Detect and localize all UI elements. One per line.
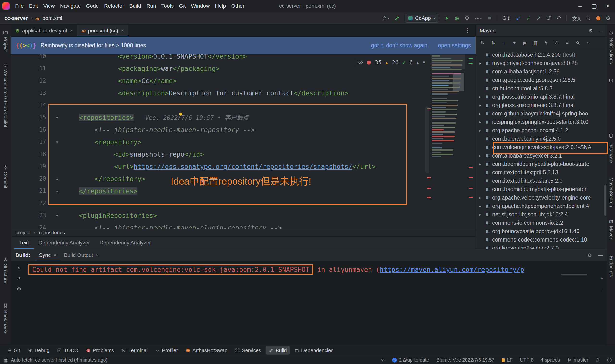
line-ending-widget[interactable]: LF xyxy=(502,357,513,363)
chevron-right-icon[interactable]: ▸ xyxy=(479,120,485,124)
toolwindow-debug[interactable]: Debug xyxy=(25,346,53,355)
banner-got-it-link[interactable]: got it, don't show again xyxy=(371,42,428,49)
prev-issue-icon[interactable]: ▲ xyxy=(416,60,419,65)
maven-dependency[interactable]: ▸net.sf.json-lib:json-lib:jdk15:2.4 xyxy=(476,210,607,219)
generate-sources-icon[interactable]: ⇅ xyxy=(488,40,498,46)
chevron-right-icon[interactable]: ▸ xyxy=(479,111,485,116)
maven-dependency[interactable]: ▸org.apache.httpcomponents:httpclient:4 xyxy=(476,202,607,210)
maven-dependency[interactable]: com.baomidou:mybatis-plus-generator xyxy=(476,185,607,194)
rerun-icon[interactable]: ↻ xyxy=(17,266,20,270)
profile-icon[interactable]: ▾ xyxy=(382,16,389,21)
skip-tests-icon[interactable]: ⊘ xyxy=(552,40,562,46)
code-line[interactable]: 16 <!-- jhipster-needle-maven-repository… xyxy=(11,124,476,136)
menu-view[interactable]: View xyxy=(40,2,57,10)
more-actions-icon[interactable]: » xyxy=(584,40,593,46)
code-line[interactable]: 12 <name>Cc</name> xyxy=(11,75,476,87)
code-line[interactable]: 22 xyxy=(11,197,476,209)
close-icon[interactable]: × xyxy=(121,28,124,33)
chevron-right-icon[interactable]: ▸ xyxy=(479,103,485,108)
code-line[interactable]: 24 <!-- jhipster-needle-maven-plugin-rep… xyxy=(11,222,476,229)
highlighting-eye-icon[interactable] xyxy=(358,60,363,65)
menu-git[interactable]: Git xyxy=(176,2,188,10)
maven-console-icon[interactable]: ▥ xyxy=(531,40,540,46)
maven-dependency[interactable]: com.belerweb:pinyin4j:2.5.0 xyxy=(476,135,607,143)
editor-scrollbar[interactable] xyxy=(425,106,429,173)
debug-icon[interactable] xyxy=(455,16,459,21)
toolwindow-terminal[interactable]: Terminal xyxy=(119,346,151,355)
settings-gear-icon[interactable]: ⚙ xyxy=(606,16,611,21)
fold-icon[interactable]: ▾ xyxy=(47,111,71,124)
maven-dependency[interactable]: ▸com.github.xiaoymin:knife4j-spring-boo xyxy=(476,109,607,118)
maven-dependency[interactable]: commons-io:commons-io:2.2 xyxy=(476,219,607,227)
maven-dependency[interactable]: com.google.code.gson:gson:2.8.5 xyxy=(476,76,607,84)
tab-options-icon[interactable]: ⋮ xyxy=(465,27,476,34)
maven-settings-icon[interactable]: ≡ xyxy=(562,40,572,46)
maven-dependency[interactable]: ▸org.jboss.xnio:xnio-nio:3.8.7.Final xyxy=(476,101,607,109)
tab-dependency-analyzer[interactable]: Dependency Analyzer xyxy=(34,236,95,249)
tool-strip-database[interactable]: Database xyxy=(609,142,614,163)
breadcrumb-project-tag[interactable]: project xyxy=(15,230,30,235)
menu-navigate[interactable]: Navigate xyxy=(57,2,84,10)
commit-icon[interactable] xyxy=(3,165,8,170)
maven-dependency[interactable]: ▸mysql:mysql-connector-java:8.0.28 xyxy=(476,59,607,67)
tab-sync[interactable]: Sync × xyxy=(35,249,60,261)
blame-widget[interactable]: Blame: Vee 2022/7/6 19:57 xyxy=(436,357,494,363)
tool-strip-bookmarks[interactable]: Bookmarks xyxy=(3,310,8,334)
tool-strip-notifications[interactable]: Notifications xyxy=(609,38,614,64)
filter-eye-icon[interactable] xyxy=(17,286,21,291)
menu-edit[interactable]: Edit xyxy=(26,2,40,10)
code-line[interactable]: 18 <id>snapshots-repo</id> xyxy=(11,148,476,160)
gear-icon[interactable]: ⚙ xyxy=(588,28,593,34)
console-scrollbar[interactable] xyxy=(562,274,587,275)
tab-build-output[interactable]: Build Output × xyxy=(60,249,102,261)
menu-tools[interactable]: Tools xyxy=(159,2,176,10)
menu-other[interactable]: Other xyxy=(229,2,247,10)
database-icon[interactable] xyxy=(609,133,614,138)
toolwindow-profiler[interactable]: Profiler xyxy=(152,346,181,355)
hide-panel-icon[interactable]: — xyxy=(598,252,603,258)
breadcrumb-project[interactable]: cc-server xyxy=(4,15,28,21)
menu-refactor[interactable]: Refactor xyxy=(101,2,127,10)
bookmarks-icon[interactable] xyxy=(3,303,8,308)
reimport-icon[interactable]: ↻ xyxy=(478,40,487,46)
menu-run[interactable]: Run xyxy=(144,2,159,10)
close-icon[interactable]: × xyxy=(70,28,73,33)
tool-strip-endpoints[interactable]: Endpoints xyxy=(609,256,614,277)
code-line[interactable]: 14 xyxy=(11,99,476,111)
maven-dependency[interactable]: ▸com.alibaba:easyexcel:3.2.1 xyxy=(476,152,607,160)
menu-window[interactable]: Window xyxy=(188,2,212,10)
stop-icon[interactable] xyxy=(487,16,492,20)
url-link[interactable]: https://oss.sonatype.org/content/reposit… xyxy=(134,163,352,170)
maven-dependency[interactable]: com.itextpdf:itextpdf:5.5.13 xyxy=(476,168,607,177)
encoding-widget[interactable]: UTF-8 xyxy=(520,357,534,363)
maven-search-icon[interactable] xyxy=(573,40,583,45)
tool-strip-commit[interactable]: Commit xyxy=(3,172,8,188)
indent-widget[interactable]: 4 spaces xyxy=(541,357,560,363)
history-icon[interactable]: ↺ xyxy=(546,15,551,21)
code-line[interactable]: 13 <description>Description for customer… xyxy=(11,87,476,99)
run-maven-goal-icon[interactable]: ▶ xyxy=(520,40,530,46)
toolwindow-todo[interactable]: TODO xyxy=(54,346,81,355)
menu-file[interactable]: File xyxy=(13,2,26,10)
scroll-to-end-icon[interactable]: ↓ xyxy=(600,287,603,293)
maximize-button[interactable]: ▢ xyxy=(587,0,601,12)
inspections-widget[interactable]: 35 ▲ 26 ✔ 6 ▲ ▼ xyxy=(354,57,429,67)
menu-build[interactable]: Build xyxy=(127,2,144,10)
run-icon[interactable] xyxy=(444,16,449,21)
soft-wrap-icon[interactable]: ≡ xyxy=(600,276,603,282)
update-project-icon[interactable]: ↙ xyxy=(516,15,521,21)
coverage-icon[interactable] xyxy=(465,16,469,21)
code-minimap[interactable] xyxy=(431,55,465,159)
tab-application-dev-yml[interactable]: ⚙ application-dev.yml × xyxy=(11,25,77,37)
maven-dependency[interactable]: ▸com.baomidou:mybatis-plus-boot-starte xyxy=(476,160,607,168)
maven-dependency[interactable]: org.bouncycastle:bcprov-jdk16:1.46 xyxy=(476,227,607,235)
build-console[interactable]: Could not find artifact com.volcengine:v… xyxy=(27,261,607,345)
menu-help[interactable]: Help xyxy=(212,2,228,10)
copilot-chat-icon[interactable] xyxy=(609,78,614,83)
code-line[interactable]: 19 <url>https://oss.sonatype.org/content… xyxy=(11,160,476,173)
tab-pom-xml[interactable]: m pom.xml (cc) × xyxy=(77,25,129,37)
maven-dependency[interactable]: com.alibaba:fastjson:1.2.56 xyxy=(476,67,607,76)
chevron-right-icon[interactable]: ▸ xyxy=(479,61,485,65)
tool-windows-icon[interactable]: ▦ xyxy=(3,357,8,363)
maven-dependency[interactable]: com.itextpdf:itext-asian:5.2.0 xyxy=(476,177,607,185)
